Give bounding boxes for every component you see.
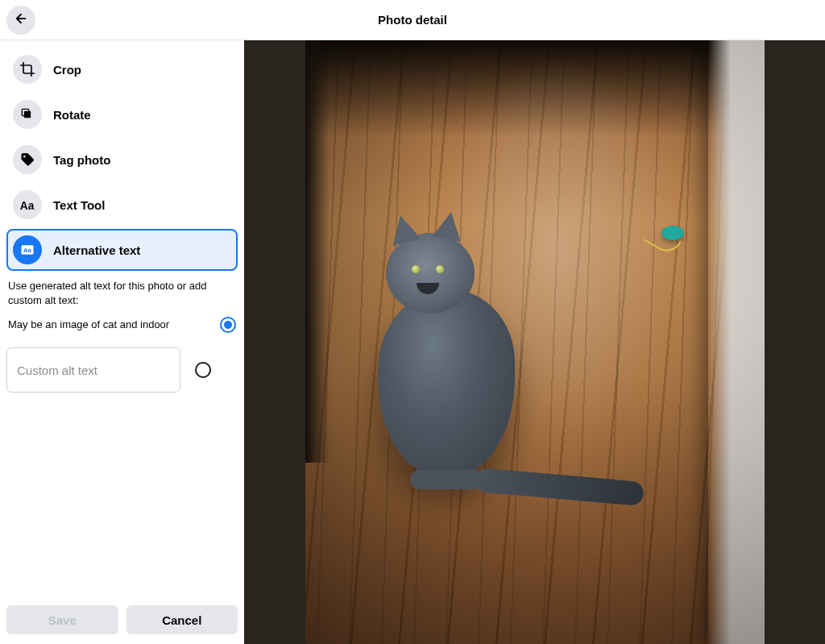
photo-preview [244,40,825,644]
text-icon: Aa [13,190,42,219]
tool-label: Rotate [53,108,91,122]
tool-text[interactable]: Aa Text Tool [6,184,238,226]
tool-list: Crop Rotate Tag photo Aa Text Tool [6,48,238,271]
back-button[interactable] [6,6,35,35]
tag-icon [13,145,42,174]
generated-alt-text: May be an image of cat and indoor [8,318,169,332]
rotate-icon [13,100,42,129]
svg-text:Aa: Aa [23,247,31,254]
content: Crop Rotate Tag photo Aa Text Tool [0,40,825,644]
tool-label: Crop [53,63,81,77]
photo [305,40,765,644]
save-button[interactable]: Save [6,605,118,634]
tool-alt-text[interactable]: Aa Alternative text [6,229,238,271]
tool-rotate[interactable]: Rotate [6,93,238,135]
cancel-button[interactable]: Cancel [126,605,238,634]
tool-label: Tag photo [53,153,110,167]
tool-crop[interactable]: Crop [6,48,238,90]
generated-alt-radio[interactable] [220,317,236,333]
tool-label: Text Tool [53,198,105,212]
custom-alt-input[interactable] [6,347,180,393]
generated-alt-option[interactable]: May be an image of cat and indoor [6,312,238,338]
sidebar: Crop Rotate Tag photo Aa Text Tool [0,40,244,644]
alt-text-icon: Aa [13,235,42,264]
footer-buttons: Save Cancel [6,596,238,634]
header: Photo detail [0,0,825,40]
alt-text-description: Use generated alt text for this photo or… [6,271,238,312]
crop-icon [13,55,42,84]
svg-text:Aa: Aa [20,200,35,212]
custom-alt-option [6,347,238,393]
tool-tag-photo[interactable]: Tag photo [6,139,238,181]
arrow-left-icon [14,11,28,29]
svg-rect-1 [24,111,31,118]
tool-label: Alternative text [53,243,140,257]
page-title: Photo detail [0,13,825,27]
svg-point-3 [23,156,26,158]
custom-alt-radio[interactable] [195,362,211,378]
